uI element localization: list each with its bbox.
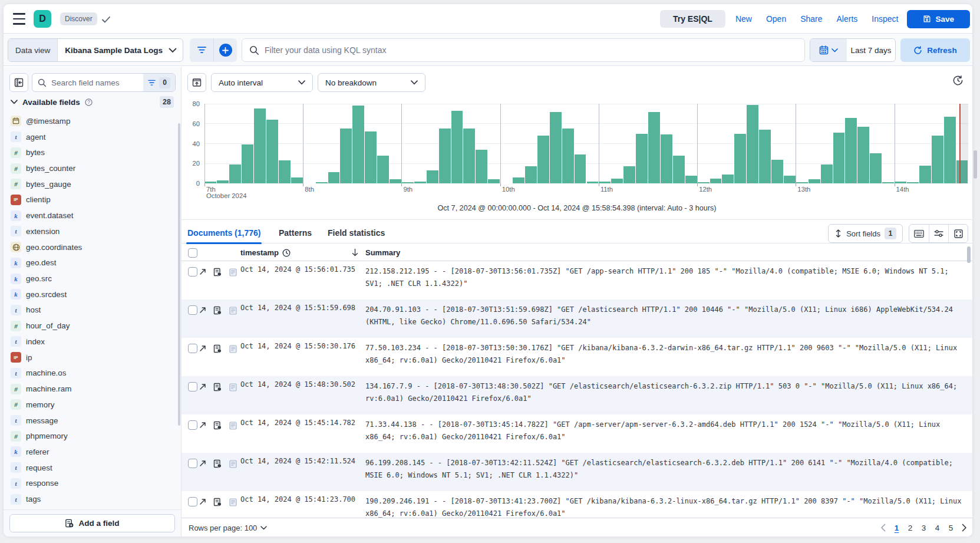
histogram-bar[interactable] [623, 166, 635, 183]
histogram-bar[interactable] [919, 166, 931, 183]
share-button[interactable]: Share [800, 14, 822, 24]
field-item-memory[interactable]: #memory [4, 397, 181, 413]
field-item-geo.src[interactable]: kgeo.src [4, 271, 181, 287]
sidebar-scrollbar[interactable] [178, 123, 180, 426]
breadcrumb[interactable]: Discover [60, 12, 97, 25]
page-button-4[interactable]: 4 [930, 521, 944, 535]
field-item-agent[interactable]: tagent [4, 129, 181, 145]
chart-history-button[interactable] [952, 74, 964, 87]
interval-select[interactable]: Auto interval [211, 73, 313, 92]
select-all-checkbox[interactable] [188, 248, 197, 258]
histogram-bar[interactable] [550, 112, 562, 184]
histogram-bar[interactable] [796, 182, 808, 183]
doc-details-icon[interactable] [213, 306, 222, 315]
row-checkbox[interactable] [188, 344, 197, 353]
field-item-host[interactable]: thost [4, 302, 181, 318]
field-search-input[interactable]: Search field names 0 [32, 73, 176, 92]
histogram-bar[interactable] [266, 120, 278, 183]
field-item-hour_of_day[interactable]: #hour_of_day [4, 318, 181, 334]
histogram-bar[interactable] [587, 182, 599, 183]
row-checkbox[interactable] [188, 497, 197, 506]
histogram-bar[interactable] [488, 179, 500, 183]
field-item-event.dataset[interactable]: kevent.dataset [4, 208, 181, 223]
sort-desc-icon[interactable] [351, 248, 359, 256]
histogram-bar[interactable] [944, 117, 956, 183]
field-item-response[interactable]: tresponse [4, 476, 181, 492]
keyboard-shortcuts-button[interactable] [909, 225, 929, 242]
histogram-bar[interactable] [217, 180, 229, 183]
row-checkbox[interactable] [188, 382, 197, 391]
field-item-machine.os[interactable]: tmachine.os [4, 366, 181, 381]
doc-details-icon[interactable] [213, 421, 222, 430]
doc-details-icon[interactable] [213, 383, 222, 391]
save-visualization-button[interactable] [187, 73, 206, 92]
histogram-chart[interactable]: 0204060807thOctober 20248th9th10th11th12… [204, 104, 968, 183]
histogram-bar[interactable] [427, 170, 438, 183]
histogram-bar[interactable] [784, 176, 796, 184]
field-item-message[interactable]: tmessage [4, 413, 181, 429]
histogram-bar[interactable] [833, 133, 845, 183]
field-item-extension[interactable]: textension [4, 223, 181, 239]
histogram-bar[interactable] [636, 134, 648, 183]
refresh-button[interactable]: Refresh [900, 38, 970, 62]
histogram-bar[interactable] [809, 179, 820, 183]
histogram-bar[interactable] [402, 182, 414, 183]
histogram-bar[interactable] [451, 111, 463, 183]
field-item-tags[interactable]: ttags [4, 491, 181, 507]
field-item-bytes_counter[interactable]: #bytes_counter [4, 160, 181, 176]
add-filter-button[interactable] [213, 38, 237, 62]
prev-page-button[interactable] [876, 521, 890, 535]
field-item-phpmemory[interactable]: #phpmemory [4, 428, 181, 444]
histogram-bar[interactable] [291, 177, 303, 183]
row-checkbox[interactable] [188, 459, 197, 468]
histogram-bar[interactable] [932, 136, 943, 183]
field-item-bytes_gauge[interactable]: #bytes_gauge [4, 176, 181, 192]
fullscreen-button[interactable] [948, 225, 968, 242]
histogram-bar[interactable] [685, 176, 697, 184]
tab-field-statistics[interactable]: Field statistics [328, 223, 385, 243]
field-item-clientip[interactable]: IPclientip [4, 192, 181, 208]
histogram-bar[interactable] [575, 154, 586, 183]
doc-details-icon[interactable] [213, 268, 222, 277]
histogram-bar[interactable] [242, 144, 253, 183]
row-checkbox[interactable] [188, 267, 197, 277]
histogram-bar[interactable] [882, 182, 894, 183]
histogram-bar[interactable] [340, 129, 352, 183]
histogram-bar[interactable] [279, 160, 291, 183]
expand-row-icon[interactable] [199, 383, 207, 391]
histogram-bar[interactable] [599, 182, 611, 183]
histogram-bar[interactable] [759, 130, 771, 183]
histogram-bar[interactable] [895, 182, 906, 183]
histogram-bar[interactable] [328, 172, 340, 183]
next-page-button[interactable] [958, 521, 971, 535]
row-checkbox[interactable] [188, 420, 197, 430]
available-fields-header[interactable]: Available fields ? 28 [11, 96, 174, 108]
field-item-geo.dest[interactable]: kgeo.dest [4, 255, 181, 271]
add-field-button[interactable]: Add a field [9, 514, 175, 532]
open-button[interactable]: Open [766, 14, 786, 24]
field-item-@timestamp[interactable]: @timestamp [4, 113, 181, 129]
page-button-1[interactable]: 1 [890, 521, 903, 535]
page-button-3[interactable]: 3 [917, 521, 930, 535]
sort-fields-button[interactable]: Sort fields 1 [828, 224, 903, 243]
histogram-bar[interactable] [537, 136, 549, 183]
new-button[interactable]: New [735, 14, 752, 24]
histogram-bar[interactable] [513, 177, 524, 183]
expand-row-icon[interactable] [199, 498, 207, 506]
inspect-button[interactable]: Inspect [872, 14, 898, 24]
page-button-2[interactable]: 2 [903, 521, 917, 535]
histogram-bar[interactable] [845, 118, 857, 183]
field-item-referer[interactable]: kreferer [4, 444, 181, 460]
histogram-bar[interactable] [870, 153, 882, 183]
histogram-bar[interactable] [414, 182, 426, 183]
field-filter-icon[interactable] [148, 80, 156, 86]
histogram-bar[interactable] [734, 134, 746, 183]
time-range-button[interactable]: Last 7 days [847, 39, 895, 61]
histogram-bar[interactable] [352, 106, 364, 183]
histogram-bar[interactable] [907, 182, 919, 183]
histogram-bar[interactable] [365, 131, 377, 183]
row-checkbox[interactable] [188, 305, 197, 315]
field-item-index[interactable]: tindex [4, 334, 181, 350]
histogram-bar[interactable] [722, 175, 734, 183]
histogram-bar[interactable] [562, 129, 574, 183]
